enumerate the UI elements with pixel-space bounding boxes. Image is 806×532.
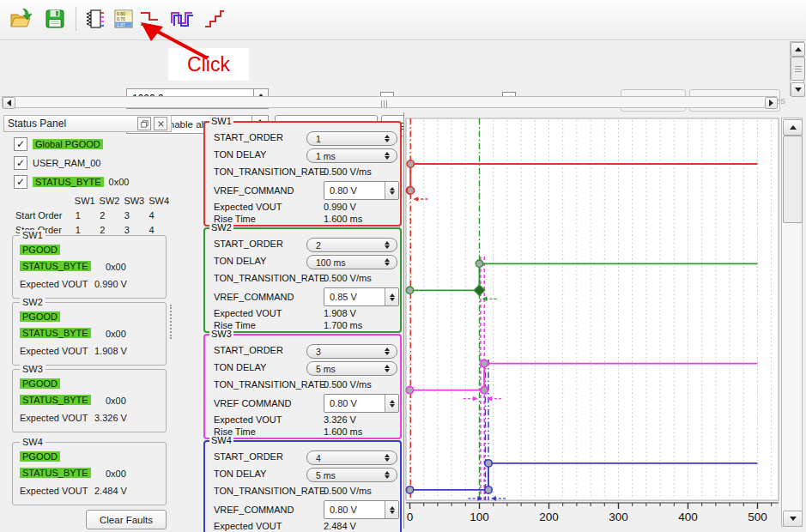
sw3-control-group: SW3 START_ORDER 3 TON DELAY 5 ms TON_TRA… <box>203 334 402 439</box>
sw4-status-box: SW4 PGOOD STATUS_BYTE 0x00 Expected VOUT… <box>12 442 167 505</box>
sw1-vref-spinbox[interactable]: 0.80 V <box>324 181 399 200</box>
close-icon <box>157 120 165 128</box>
sw2-control-group: SW2 START_ORDER 2 TON DELAY 100 ms TON_T… <box>203 227 402 333</box>
status-panel-header: Status Panel <box>3 115 172 132</box>
col-sw1: SW1 <box>75 196 100 206</box>
settings-vscroll-thumb[interactable] <box>791 57 805 81</box>
hscroll-right-arrow[interactable] <box>765 97 778 109</box>
svg-text:0: 0 <box>407 511 414 523</box>
svg-text:500: 500 <box>748 511 767 523</box>
settings-vscrollbar[interactable] <box>790 41 804 96</box>
global-pgood-row: ✓ Global PGOOD <box>14 137 103 151</box>
save-button[interactable] <box>41 5 69 33</box>
sw2-pgood-badge: PGOOD <box>20 311 60 322</box>
global-pgood-label: Global PGOOD <box>33 139 103 149</box>
sw2-ton-delay-spinner[interactable]: 100 ms <box>306 255 397 269</box>
open-file-button[interactable] <box>7 5 34 33</box>
svg-text:400: 400 <box>678 511 698 523</box>
svg-text:300: 300 <box>609 511 628 523</box>
col-sw4: SW4 <box>148 196 173 206</box>
status-byte-checkbox[interactable]: ✓ <box>14 175 27 189</box>
sw4-vref-spinbox[interactable]: 0.80 V <box>324 500 399 519</box>
sw1-control-group: SW1 START_ORDER 1 TON DELAY 1 ms TON_TRA… <box>203 121 402 227</box>
status-panel-title: Status Panel <box>8 118 135 130</box>
sw3-status-box: SW3 PGOOD STATUS_BYTE 0x00 Expected VOUT… <box>12 369 167 432</box>
sw3-ton-delay-spinner[interactable]: 5 ms <box>306 361 397 376</box>
sw2-status-box: SW2 PGOOD STATUS_BYTE 0x00 Expected VOUT… <box>12 302 167 366</box>
svg-text:1.87: 1.87 <box>117 22 125 27</box>
status-panel: Status Panel ✓ Global PGOOD ✓ USER_RAM_0… <box>3 115 173 529</box>
sw1-start-order-spinner[interactable]: 1 <box>306 131 397 146</box>
svg-text:0.60: 0.60 <box>117 11 125 16</box>
chart-vscrollbar[interactable] <box>781 118 803 527</box>
user-ram-label: USER_RAM_00 <box>33 158 100 168</box>
sw4-ton-delay-spinner[interactable]: 5 ms <box>306 468 397 482</box>
status-byte-value: 0x00 <box>109 177 130 187</box>
sw1-ton-delay-spinner[interactable]: 1 ms <box>306 148 397 163</box>
chip-icon <box>82 7 106 31</box>
open-folder-icon <box>9 7 33 31</box>
col-sw2: SW2 <box>100 196 124 206</box>
click-arrow <box>129 15 223 63</box>
sw2-start-order-spinner[interactable]: 2 <box>306 238 397 252</box>
panel-splitter[interactable] <box>170 305 175 339</box>
sequence-waveform-chart: 0100200300400500 <box>404 112 782 529</box>
global-pgood-checkbox[interactable]: ✓ <box>14 137 27 151</box>
sw3-pgood-badge: PGOOD <box>20 378 60 389</box>
sequence-chart-panel: 0100200300400500 <box>403 112 805 529</box>
restore-icon <box>141 120 148 128</box>
sw4-start-order-spinner[interactable]: 4 <box>306 450 397 465</box>
chip-config-button[interactable] <box>81 5 108 33</box>
panel-close-button[interactable] <box>154 117 167 130</box>
sw4-status-byte-badge: STATUS_BYTE <box>20 468 91 478</box>
svg-text:200: 200 <box>539 511 559 523</box>
panel-float-button[interactable] <box>137 117 151 130</box>
svg-text:100: 100 <box>470 511 489 523</box>
user-ram-checkbox[interactable]: ✓ <box>14 156 27 170</box>
sw3-status-byte-badge: STATUS_BYTE <box>20 395 91 405</box>
chart-vscroll-thumb[interactable] <box>783 136 803 223</box>
sw1-status-byte-badge: STATUS_BYTE <box>20 261 91 271</box>
toolbar-separator <box>76 7 76 31</box>
hscroll-left-arrow[interactable] <box>3 97 15 109</box>
sw1-pgood-badge: PGOOD <box>20 245 60 255</box>
sw2-status-byte-badge: STATUS_BYTE <box>20 328 91 338</box>
sw3-vref-spinbox[interactable]: 0.80 V <box>324 394 399 413</box>
sw3-start-order-spinner[interactable]: 3 <box>306 344 397 359</box>
hscroll-grip <box>380 99 388 109</box>
svg-text:0.70: 0.70 <box>117 16 125 21</box>
start-order-row: Start Order 1 2 3 4 <box>3 210 173 221</box>
status-byte-label: STATUS_BYTE <box>33 177 104 187</box>
settings-hscrollbar[interactable] <box>2 96 777 108</box>
save-floppy-icon <box>43 7 67 31</box>
sw4-pgood-badge: PGOOD <box>20 451 60 462</box>
toolbar: 0.60 0.70 1.87 <box>0 0 806 40</box>
sw4-control-group: SW4 START_ORDER 4 TON DELAY 5 ms TON_TRA… <box>203 440 402 532</box>
chart-vscroll-up[interactable] <box>783 119 803 136</box>
user-ram-row: ✓ USER_RAM_00 <box>14 156 100 170</box>
chart-vscroll-down[interactable] <box>783 511 803 527</box>
status-byte-row: ✓ STATUS_BYTE 0x00 <box>14 175 129 189</box>
col-sw3: SW3 <box>124 196 148 206</box>
sw1-status-box: SW1 PGOOD STATUS_BYTE 0x00 Expected VOUT… <box>12 235 167 299</box>
clear-faults-button[interactable]: Clear Faults <box>86 510 167 529</box>
settings-vscroll-up[interactable] <box>791 42 805 57</box>
settings-vscroll-down[interactable] <box>791 82 805 97</box>
sw2-vref-spinbox[interactable]: 0.85 V <box>324 287 399 306</box>
